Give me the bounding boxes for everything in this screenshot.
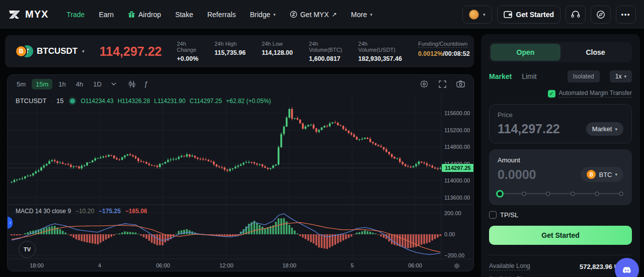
- stat-value: 182,930,357.46: [358, 55, 402, 62]
- symbol-dot-icon[interactable]: [70, 99, 75, 104]
- nav-item-airdrop[interactable]: Airdrop: [128, 11, 161, 19]
- chevron-down-icon: ▾: [615, 127, 617, 132]
- chevron-down-icon: [111, 82, 116, 85]
- svg-text:06:00: 06:00: [408, 262, 422, 268]
- screenshot-button[interactable]: [454, 78, 466, 89]
- ohlc-value: C114297.25: [190, 98, 222, 105]
- open-close-tabs: Open Close: [489, 42, 632, 62]
- slider-dot-2[interactable]: [546, 192, 550, 196]
- fullscreen-button[interactable]: [436, 78, 448, 89]
- stat-24h-change: 24h Change+0.00%: [177, 41, 199, 62]
- price-mode-dropdown[interactable]: Market ▾: [586, 122, 623, 136]
- legend-interval: 15: [56, 97, 63, 105]
- interval-dropdown[interactable]: [108, 78, 120, 89]
- tpsl-label: TP/SL: [500, 211, 518, 219]
- available-label[interactable]: Available Long: [489, 262, 530, 270]
- margin-mode-button[interactable]: Isolated: [568, 70, 600, 82]
- main-nav: TradeEarnAirdropStakeReferralsBridge▾Get…: [66, 11, 372, 19]
- timeframe-switcher: 5m15m1h4h1D: [13, 79, 106, 89]
- amount-input[interactable]: 0.0000: [498, 167, 536, 182]
- order-type-market[interactable]: Market: [489, 72, 512, 80]
- ohlc-value: H114326.28: [118, 98, 150, 105]
- macd-signal-value: −165.06: [125, 208, 147, 215]
- support-button[interactable]: [566, 6, 586, 24]
- slider-dot-3[interactable]: [571, 192, 575, 196]
- timeframe-15m[interactable]: 15m: [32, 79, 52, 89]
- stat-24h-volume-usdt-: 24h Volume(USDT)182,930,357.46: [358, 41, 402, 62]
- market-stats-bar: B T BTCUSDT ▾ 114,297.22 24h Change+0.00…: [5, 35, 474, 67]
- timeframe-1h[interactable]: 1h: [54, 79, 69, 89]
- stat-label: 24h Low: [262, 41, 293, 47]
- tab-close[interactable]: Close: [560, 44, 630, 61]
- price-chart[interactable]: 115600.00115200.00114800.00114400.001140…: [8, 93, 474, 271]
- stat-24h-volume-btc-: 24h Volume(BTC)1,600.0817: [309, 41, 342, 62]
- stat-value: +0.00%: [177, 55, 199, 62]
- amt-label[interactable]: Automated Margin Transfer: [559, 89, 632, 98]
- leverage-value: 1x: [615, 73, 622, 80]
- top-navbar: MYX TradeEarnAirdropStakeReferralsBridge…: [0, 0, 644, 29]
- nav-item-stake[interactable]: Stake: [175, 11, 193, 19]
- amount-slider[interactable]: [498, 189, 623, 198]
- asset-value: BTC: [599, 171, 612, 178]
- candles-icon: [128, 80, 135, 88]
- slider-dot-0[interactable]: [496, 190, 504, 198]
- amt-checkbox[interactable]: ✓: [548, 90, 555, 98]
- network-coin-icon: [469, 10, 479, 20]
- macd-line-value: −175.25: [99, 208, 121, 215]
- brand-name: MYX: [25, 9, 48, 20]
- indicators-button[interactable]: ƒ: [140, 78, 152, 89]
- svg-text:4: 4: [98, 262, 101, 268]
- nav-item-earn[interactable]: Earn: [99, 11, 114, 19]
- tab-open[interactable]: Open: [491, 44, 560, 61]
- divider: [489, 255, 632, 255]
- slider-dot-1[interactable]: [522, 192, 526, 196]
- nav-item-more[interactable]: More▾: [351, 11, 372, 19]
- leverage-button[interactable]: 1x ▾: [610, 70, 632, 82]
- pair-selector[interactable]: B T BTCUSDT ▾: [15, 45, 85, 57]
- chart-settings-button[interactable]: [418, 78, 430, 89]
- slider-dot-5[interactable]: [619, 192, 623, 196]
- chart-type-button[interactable]: [126, 78, 138, 89]
- timeframe-4h[interactable]: 4h: [72, 79, 87, 89]
- timeframe-1d[interactable]: 1D: [89, 79, 106, 89]
- external-link-icon: ↗: [332, 11, 337, 18]
- price-input[interactable]: 114,297.22: [498, 122, 560, 136]
- pair-icons: B T: [15, 45, 32, 57]
- stat-label: Funding/Countdown: [418, 41, 467, 48]
- amount-field-label: Amount: [498, 156, 623, 164]
- stat-value: 1,600.0817: [309, 55, 342, 62]
- last-price: 114,297.22: [100, 44, 162, 59]
- nav-item-referrals[interactable]: Referrals: [207, 11, 236, 19]
- tpsl-checkbox[interactable]: [489, 211, 497, 219]
- svg-text:−200.00: −200.00: [444, 252, 464, 258]
- btc-icon: B: [587, 170, 596, 179]
- connect-wallet-button[interactable]: Get Started: [497, 6, 560, 24]
- nav-item-get-myx[interactable]: Get MYX↗: [290, 11, 337, 19]
- stat-label: 24h Volume(USDT): [358, 41, 402, 53]
- explorer-button[interactable]: [591, 6, 611, 24]
- legend-symbol: BTCUSDT: [16, 97, 46, 105]
- amount-field-card: Amount 0.0000 B BTC ▾: [489, 149, 632, 205]
- network-selector[interactable]: ▾: [462, 6, 492, 24]
- order-type-limit[interactable]: Limit: [522, 72, 537, 80]
- more-menu-button[interactable]: •••: [616, 6, 636, 24]
- get-started-button[interactable]: Get Started: [489, 226, 632, 245]
- tradingview-logo[interactable]: TV: [19, 241, 36, 258]
- nav-item-trade[interactable]: Trade: [66, 11, 85, 19]
- svg-text:115600.00: 115600.00: [444, 110, 470, 116]
- nav-item-bridge[interactable]: Bridge▾: [250, 11, 276, 19]
- chevron-down-icon: ▾: [624, 74, 626, 79]
- pair-name: BTCUSDT: [37, 46, 77, 56]
- timeframe-5m[interactable]: 5m: [13, 79, 30, 89]
- myx-logo[interactable]: MYX: [8, 9, 48, 20]
- chart-toolbar: 5m15m1h4h1D ƒ: [8, 75, 473, 93]
- gear-icon: [420, 80, 428, 88]
- ohlc-value: O114234.43: [81, 98, 114, 105]
- stat-value: 114,128.00: [262, 49, 293, 56]
- asset-dropdown[interactable]: B BTC ▾: [581, 167, 623, 182]
- macd-title: MACD 14 30 close 9: [16, 208, 71, 215]
- chart-legend: BTCUSDT · 15 O114234.43H114326.28L114231…: [16, 97, 271, 105]
- svg-text:200.00: 200.00: [444, 210, 461, 216]
- camera-icon: [456, 80, 465, 87]
- slider-dot-4[interactable]: [595, 192, 599, 196]
